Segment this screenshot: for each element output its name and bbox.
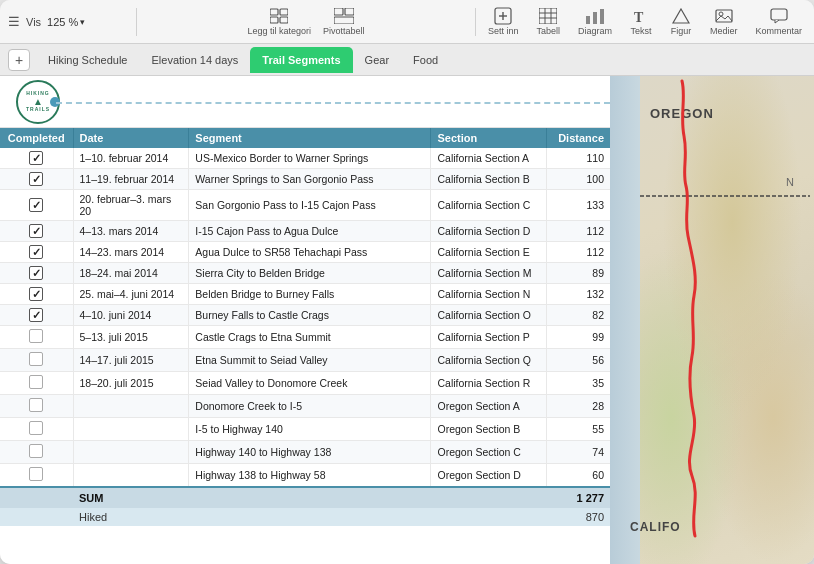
logo-line3: TRAILS — [26, 107, 50, 113]
segment-cell: Seiad Valley to Donomore Creek — [189, 372, 431, 395]
completed-cell[interactable] — [0, 372, 73, 395]
date-cell — [73, 395, 189, 418]
distance-cell: 55 — [547, 418, 610, 441]
section-cell: California Section N — [431, 284, 547, 305]
insert-label: Sett inn — [488, 26, 519, 36]
add-category-button[interactable]: Legg til kategori — [243, 5, 315, 38]
svg-rect-5 — [345, 8, 354, 15]
section-cell: Oregon Section D — [431, 464, 547, 488]
shape-icon — [670, 7, 692, 25]
toolbar: ☰ Vis 125 % ▾ Legg til kategori Pivottab… — [0, 0, 814, 44]
completed-cell[interactable]: ✓ — [0, 221, 73, 242]
table-row: Highway 138 to Highway 58Oregon Section … — [0, 464, 610, 488]
segment-cell: Belden Bridge to Burney Falls — [189, 284, 431, 305]
completed-cell[interactable]: ✓ — [0, 305, 73, 326]
segment-cell: Highway 138 to Highway 58 — [189, 464, 431, 488]
svg-rect-4 — [334, 8, 343, 15]
section-cell: California Section R — [431, 372, 547, 395]
tab-trail-segments[interactable]: Trail Segments — [250, 47, 352, 73]
tab-elevation[interactable]: Elevation 14 days — [140, 47, 251, 73]
svg-text:T: T — [634, 10, 644, 24]
svg-rect-6 — [334, 17, 354, 24]
table-row: ✓4–13. mars 2014I-15 Cajon Pass to Agua … — [0, 221, 610, 242]
table-button[interactable]: Tabell — [532, 5, 564, 38]
svg-rect-22 — [771, 9, 787, 20]
text-label: Tekst — [630, 26, 651, 36]
chart-button[interactable]: Diagram — [574, 5, 616, 38]
completed-cell[interactable]: ✓ — [0, 263, 73, 284]
comment-icon — [768, 7, 790, 25]
completed-cell[interactable]: ✓ — [0, 190, 73, 221]
date-cell: 20. februar–3. mars 20 — [73, 190, 189, 221]
text-button[interactable]: T Tekst — [626, 5, 656, 38]
svg-rect-16 — [593, 12, 597, 24]
hiked-value: 870 — [547, 508, 610, 526]
shape-button[interactable]: Figur — [666, 5, 696, 38]
segment-cell: Castle Crags to Etna Summit — [189, 326, 431, 349]
distance-cell: 28 — [547, 395, 610, 418]
table-icon — [537, 7, 559, 25]
header-distance: Distance — [547, 128, 610, 148]
distance-cell: 89 — [547, 263, 610, 284]
hiked-label: Hiked — [73, 508, 189, 526]
section-cell: California Section O — [431, 305, 547, 326]
table-header-row: Completed Date Segment Section Distance — [0, 128, 610, 148]
segment-cell: Highway 140 to Highway 138 — [189, 441, 431, 464]
completed-cell[interactable] — [0, 326, 73, 349]
table-area: HIKING ▲ TRAILS Completed Date Segment S… — [0, 76, 610, 564]
table-row: Highway 140 to Highway 138Oregon Section… — [0, 441, 610, 464]
distance-cell: 35 — [547, 372, 610, 395]
completed-cell[interactable]: ✓ — [0, 169, 73, 190]
table-row: ✓20. februar–3. mars 20San Gorgonio Pass… — [0, 190, 610, 221]
section-cell: Oregon Section C — [431, 441, 547, 464]
svg-rect-20 — [716, 10, 732, 22]
completed-cell[interactable] — [0, 441, 73, 464]
media-button[interactable]: Medier — [706, 5, 742, 38]
insert-button[interactable]: Sett inn — [484, 5, 523, 38]
completed-cell[interactable]: ✓ — [0, 284, 73, 305]
completed-cell[interactable] — [0, 418, 73, 441]
completed-cell[interactable]: ✓ — [0, 148, 73, 169]
segment-cell: Burney Falls to Castle Crags — [189, 305, 431, 326]
date-cell — [73, 418, 189, 441]
tab-hiking-schedule[interactable]: Hiking Schedule — [36, 47, 140, 73]
header-date: Date — [73, 128, 189, 148]
date-cell: 1–10. februar 2014 — [73, 148, 189, 169]
completed-cell[interactable] — [0, 464, 73, 488]
add-category-label: Legg til kategori — [247, 26, 311, 36]
svg-rect-1 — [280, 9, 288, 15]
zoom-control[interactable]: 125 % ▾ — [47, 16, 85, 28]
completed-cell[interactable] — [0, 395, 73, 418]
segment-cell: Etna Summit to Seiad Valley — [189, 349, 431, 372]
section-cell: California Section D — [431, 221, 547, 242]
distance-cell: 112 — [547, 221, 610, 242]
section-cell: California Section A — [431, 148, 547, 169]
svg-rect-17 — [600, 9, 604, 24]
date-cell: 5–13. juli 2015 — [73, 326, 189, 349]
hiked-row: Hiked 870 — [0, 508, 610, 526]
section-cell: California Section E — [431, 242, 547, 263]
completed-cell[interactable] — [0, 349, 73, 372]
header-completed: Completed — [0, 128, 73, 148]
date-cell — [73, 464, 189, 488]
add-tab-button[interactable]: + — [8, 49, 30, 71]
completed-cell[interactable]: ✓ — [0, 242, 73, 263]
section-cell: California Section Q — [431, 349, 547, 372]
date-cell: 11–19. februar 2014 — [73, 169, 189, 190]
distance-cell: 60 — [547, 464, 610, 488]
date-cell: 14–23. mars 2014 — [73, 242, 189, 263]
sidebar-label[interactable]: Vis — [26, 16, 41, 28]
trail-svg — [610, 76, 814, 564]
segment-cell: I-5 to Highway 140 — [189, 418, 431, 441]
table-row: ✓25. mai–4. juni 2014Belden Bridge to Bu… — [0, 284, 610, 305]
comment-button[interactable]: Kommentar — [751, 5, 806, 38]
sum-row: SUM 1 277 — [0, 487, 610, 508]
tab-gear[interactable]: Gear — [353, 47, 401, 73]
table-row: ✓1–10. februar 2014US-Mexico Border to W… — [0, 148, 610, 169]
separator-1 — [136, 8, 137, 36]
tab-food[interactable]: Food — [401, 47, 450, 73]
section-cell: California Section P — [431, 326, 547, 349]
pivot-button[interactable]: Pivottabell — [319, 5, 369, 38]
distance-cell: 74 — [547, 441, 610, 464]
sidebar-toggle[interactable]: ☰ — [8, 14, 20, 29]
